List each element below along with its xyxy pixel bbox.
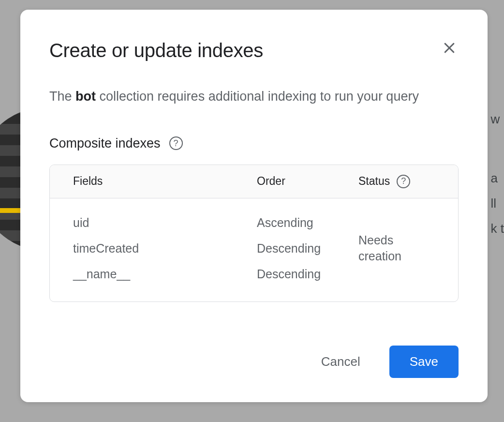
close-button[interactable]	[440, 39, 459, 59]
description-suffix: collection requires additional indexing …	[96, 89, 419, 104]
create-index-modal: Create or update indexes The bot collect…	[20, 10, 488, 402]
save-button[interactable]: Save	[389, 346, 459, 378]
cancel-button[interactable]: Cancel	[311, 348, 370, 375]
modal-description: The bot collection requires additional i…	[49, 88, 459, 106]
modal-title: Create or update indexes	[49, 40, 263, 61]
field-name: timeCreated	[73, 241, 257, 256]
help-icon[interactable]: ?	[397, 175, 410, 188]
header-status-label: Status	[358, 175, 390, 188]
section-title: Composite indexes	[49, 136, 161, 151]
indexes-table: Fields Order Status ? uid timeCreated __…	[49, 165, 459, 302]
table-body: uid timeCreated __name__ Ascending Desce…	[50, 198, 458, 301]
description-collection-name: bot	[75, 89, 96, 104]
header-fields: Fields	[73, 175, 257, 188]
field-order: Descending	[257, 267, 358, 281]
header-status: Status ?	[358, 175, 435, 188]
header-order: Order	[257, 175, 358, 188]
table-header-row: Fields Order Status ?	[50, 165, 458, 198]
field-order: Descending	[257, 241, 358, 256]
close-icon	[442, 41, 457, 55]
help-icon[interactable]: ?	[169, 136, 183, 150]
field-name: __name__	[73, 267, 257, 281]
status-value: Needs creation	[358, 232, 435, 265]
field-order: Ascending	[257, 216, 358, 230]
field-name: uid	[73, 216, 257, 230]
description-prefix: The	[49, 89, 75, 104]
